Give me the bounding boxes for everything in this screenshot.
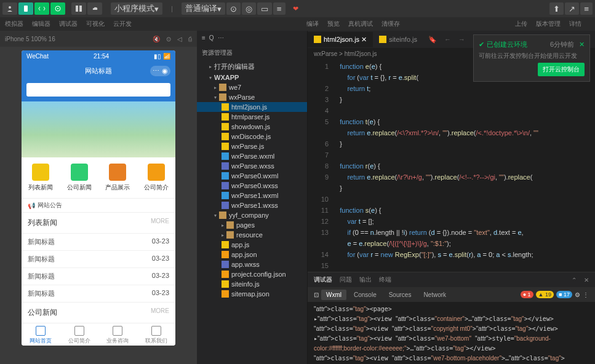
version-icon[interactable]: ↗	[565, 2, 579, 15]
user-icon[interactable]	[2, 2, 17, 15]
bookmark-icon[interactable]: 🔖	[423, 36, 442, 44]
debugger-icon[interactable]	[50, 2, 65, 15]
clear-cache-icon[interactable]: ≡	[273, 2, 286, 15]
collapse-icon[interactable]: ⌃	[572, 277, 577, 283]
dt-tab-output[interactable]: 输出	[359, 275, 372, 284]
file-item[interactable]: project.config.json	[197, 269, 307, 279]
compile-select[interactable]: 普通编译 ▾	[182, 2, 225, 15]
tabbar-item[interactable]: 联系我们	[137, 323, 176, 346]
info-badge[interactable]: ■ 17	[556, 291, 572, 298]
mode-select[interactable]: 小程序模式 ▾	[111, 2, 162, 15]
tabbar-item[interactable]: 公司简介	[60, 323, 99, 346]
simulator-icon[interactable]	[18, 2, 33, 15]
sim-back-icon[interactable]: ◁	[177, 36, 182, 42]
file-item[interactable]: app.wxss	[197, 259, 307, 269]
nav-fwd-icon[interactable]: →	[453, 36, 470, 43]
folder-we7[interactable]: ▸we7	[197, 82, 307, 92]
file-item[interactable]: app.js	[197, 240, 307, 250]
dt-tab-terminal[interactable]: 终端	[379, 275, 391, 284]
details-icon[interactable]: ≡	[580, 2, 593, 15]
announcement-bar[interactable]: 📢 网站公告	[22, 198, 175, 212]
file-item[interactable]: app.json	[197, 250, 307, 259]
svg-point-3	[57, 8, 58, 9]
sim-screenshot-icon[interactable]: ⎙	[188, 36, 192, 42]
dt-tab-problems[interactable]: 问题	[340, 275, 352, 284]
dt-tab-debugger[interactable]: 调试器	[314, 275, 332, 284]
cloud-icon[interactable]	[87, 2, 102, 15]
svg-rect-4	[76, 6, 78, 12]
file-item[interactable]: html2json.js	[197, 102, 307, 112]
layout-icon[interactable]	[71, 2, 86, 15]
list-item[interactable]: 新闻标题03-23	[22, 285, 175, 302]
file-item[interactable]: wxParse.js	[197, 141, 307, 151]
tabbar-item[interactable]: 业务咨询	[98, 323, 137, 346]
sim-home-icon[interactable]: ⊙	[166, 36, 171, 42]
section-header[interactable]: 公司新闻MORE	[22, 302, 175, 323]
speaker-icon: 📢	[28, 202, 35, 209]
menu-icon[interactable]: ≡	[202, 34, 206, 41]
editor-tab[interactable]: html2json.js ✕	[308, 32, 373, 47]
grid-item[interactable]: 产品展示	[98, 164, 137, 192]
sim-mute-icon[interactable]: 🔇	[153, 36, 160, 42]
status-bar: WeChat 21:54 ▮▯ 📶	[22, 50, 175, 61]
gear-icon[interactable]: ⚙	[575, 291, 580, 298]
dt-tab-console[interactable]: Console	[349, 290, 381, 300]
upload-icon[interactable]: ⬆	[549, 2, 564, 15]
section-header[interactable]: 列表新闻MORE	[22, 212, 175, 233]
folder-pages[interactable]: ▸pages	[197, 220, 307, 230]
dt-tab-network[interactable]: Network	[418, 290, 451, 300]
root-folder[interactable]: ▾WXAPP	[197, 73, 307, 82]
svg-rect-5	[79, 6, 82, 12]
file-item[interactable]: wxParse0.wxml	[197, 171, 307, 181]
file-explorer: ≡ Q ⋯ 资源管理器 ▸打开的编辑器 ▾WXAPP ▸we7 ▾wxParse…	[197, 31, 308, 364]
hero-image	[22, 101, 175, 157]
folder-resource[interactable]: ▸resource	[197, 230, 307, 240]
battery-icon: ▮▯ 📶	[154, 53, 170, 60]
dt-tab-sources[interactable]: Sources	[384, 290, 417, 300]
error-badge[interactable]: ● 1	[521, 291, 533, 298]
file-item[interactable]: wxParse.wxss	[197, 161, 307, 171]
open-editors[interactable]: ▸打开的编辑器	[197, 61, 307, 73]
dt-tab-wxml[interactable]: Wxml	[321, 290, 346, 300]
warn-badge[interactable]: ▲ 19	[536, 291, 554, 298]
close-icon[interactable]: ✕	[579, 41, 585, 49]
code-editor[interactable]: 1 2345 6789 10111213 1415161718 function…	[308, 60, 595, 272]
heart-icon: ❤	[293, 5, 298, 13]
menu-icon[interactable]: ⋯	[153, 67, 159, 75]
nav-bar: 网站标题 ⋯ ◉	[22, 61, 175, 81]
list-item[interactable]: 新闻标题03-23	[22, 233, 175, 250]
file-item[interactable]: wxParse0.wxss	[197, 181, 307, 191]
remote-debug-icon[interactable]: ▭	[257, 2, 272, 15]
grid-item[interactable]: 公司新闻	[60, 164, 99, 192]
preview-action-icon[interactable]: ◎	[242, 2, 256, 15]
close-icon[interactable]: ✕	[584, 277, 589, 283]
file-item[interactable]: wxParse.wxml	[197, 151, 307, 161]
folder-wxparse[interactable]: ▾wxParse	[197, 92, 307, 102]
main-toolbar: 小程序模式 ▾ | 普通编译 ▾ ⊙ ◎ ▭ ≡ ❤ ⬆ ↗ ≡	[0, 0, 595, 17]
file-item[interactable]: htmlparser.js	[197, 112, 307, 122]
editor-icon[interactable]	[34, 2, 49, 15]
compile-action-icon[interactable]: ⊙	[226, 2, 241, 15]
file-item[interactable]: wxParse1.wxss	[197, 200, 307, 210]
file-item[interactable]: sitemap.json	[197, 289, 307, 299]
file-item[interactable]: wxDiscode.js	[197, 132, 307, 141]
editor-tab[interactable]: siteinfo.js	[373, 32, 423, 47]
open-cloud-button[interactable]: 打开云控制台	[538, 63, 585, 76]
search-input[interactable]	[26, 83, 170, 97]
file-item[interactable]: wxParse1.wxml	[197, 191, 307, 200]
list-item[interactable]: 新闻标题03-23	[22, 267, 175, 285]
grid-item[interactable]: 列表新闻	[22, 164, 60, 192]
close-capsule-icon[interactable]: ◉	[162, 67, 168, 75]
grid-item[interactable]: 公司简介	[137, 164, 176, 192]
page-title: 网站标题	[85, 66, 112, 76]
tabbar-item[interactable]: 网站首页	[22, 323, 60, 346]
nav-back-icon[interactable]: ←	[442, 36, 453, 43]
wxml-tree[interactable]: "attr">class="tag"><page>▸"attr">class="…	[308, 302, 595, 364]
file-item[interactable]: showdown.js	[197, 122, 307, 132]
search-icon[interactable]: Q	[209, 34, 214, 41]
dt-inspect-icon[interactable]: ⊡	[314, 291, 319, 298]
folder-yyf[interactable]: ▾yyf_company	[197, 210, 307, 220]
list-item[interactable]: 新闻标题03-23	[22, 250, 175, 267]
phone-frame: WeChat 21:54 ▮▯ 📶 网站标题 ⋯ ◉ 列表新闻公司新闻产品展示公…	[22, 50, 175, 346]
file-item[interactable]: siteinfo.js	[197, 279, 307, 289]
